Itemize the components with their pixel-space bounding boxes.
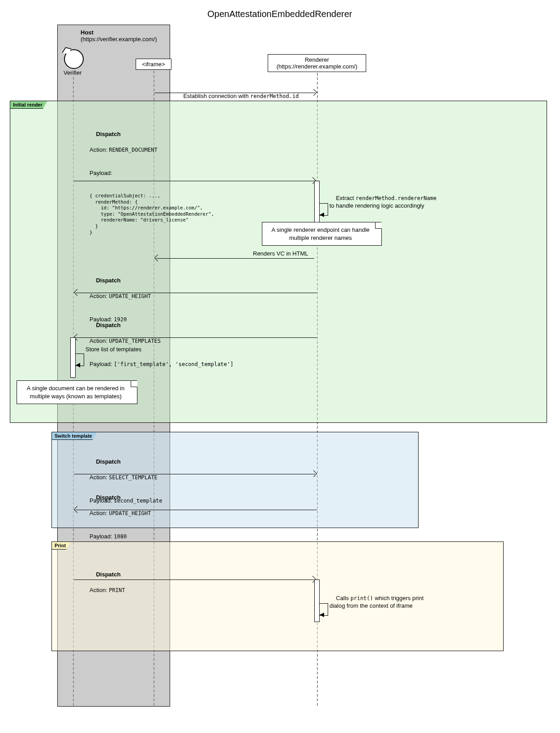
render-payload-json: { credentialSubject: ..., renderMethod: …: [90, 193, 214, 235]
msg-calls-print: Calls print() which triggers print dialo…: [329, 586, 423, 618]
arrow-update-height-1920: [76, 293, 317, 293]
msg-extract-renderer-name: Extract renderMethod.rendererName to han…: [329, 186, 436, 217]
renderer-participant: Renderer (https://renderer.example.com/): [268, 54, 366, 72]
msg-print: Dispatch Action: PRINT: [90, 563, 125, 609]
frame-print-tag: Print: [51, 541, 71, 550]
diagram-title: OpenAttestationEmbeddedRenderer: [9, 9, 551, 19]
arrow-render-document: [74, 181, 314, 181]
frame-initial-render-tag: Initial render: [10, 101, 47, 109]
iframe-label: <iframe>: [142, 61, 165, 68]
renderer-name: Renderer: [305, 56, 329, 63]
actor-label: Verifier: [64, 69, 81, 76]
selfloop-renderer-print-arrow: [320, 613, 324, 617]
msg-renders-vc: Renders VC in HTML: [253, 250, 308, 258]
renderer-url: (https://renderer.example.com/): [277, 63, 358, 70]
arrow-establish: [154, 93, 315, 93]
arrow-select-template: [74, 474, 315, 474]
sequence-diagram: OpenAttestationEmbeddedRenderer Host (ht…: [9, 9, 551, 725]
note-document-text: A single document can be rendered in mul…: [27, 385, 124, 400]
iframe-participant: <iframe>: [136, 59, 171, 70]
msg-render-document: Dispatch Action: RENDER_DOCUMENT Payload…: [90, 122, 214, 251]
host-label: Host (https://verifier.example.com/): [81, 29, 157, 43]
selfloop-renderer-extract-arrow: [320, 213, 324, 217]
selfloop-verifier-store-arrow: [76, 363, 80, 367]
note-renderer-text: A single renderer endpoint can handle mu…: [272, 226, 370, 241]
msg-store-templates: Store list of templates: [85, 345, 141, 354]
frame-switch-template-tag: Switch template: [51, 432, 97, 440]
activation-renderer-print: [314, 580, 320, 622]
arrow-renders-vc: [156, 258, 314, 259]
note-document-templates: A single document can be rendered in mul…: [17, 380, 137, 404]
arrow-update-height-1080: [76, 510, 317, 510]
activation-verifier-1: [70, 337, 76, 378]
host-url: (https://verifier.example.com/): [81, 36, 157, 43]
arrow-print: [74, 580, 314, 580]
arrow-update-templates: [76, 337, 317, 338]
host-name: Host: [81, 29, 94, 36]
note-renderer-endpoint: A single renderer endpoint can handle mu…: [262, 222, 382, 246]
